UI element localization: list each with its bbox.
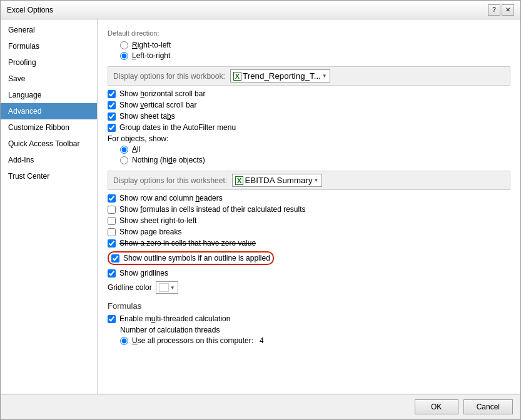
sheet-tabs-label: Show sheet tabs bbox=[119, 112, 175, 121]
title-controls: ? ✕ bbox=[488, 4, 514, 16]
multi-thread-row: Enable multi-threaded calculation bbox=[108, 314, 510, 323]
gridline-color-arrow: ▼ bbox=[170, 285, 175, 291]
default-direction-section: Default direction: Right-to-left Left-to… bbox=[108, 29, 510, 60]
sidebar-item-add-ins[interactable]: Add-Ins bbox=[1, 152, 97, 168]
excel-icon: X bbox=[233, 72, 241, 81]
group-dates-row: Group dates in the AutoFilter menu bbox=[108, 123, 510, 132]
sheet-rtl-row: Show sheet right-to-left bbox=[108, 216, 510, 225]
workbook-dropdown-arrow: ▼ bbox=[322, 73, 327, 79]
scroll-area[interactable]: Default direction: Right-to-left Left-to… bbox=[98, 19, 520, 394]
zero-value-row: Show a zero in cells that have zero valu… bbox=[108, 239, 510, 248]
rtl-label: Right-to-left bbox=[132, 41, 171, 49]
sidebar-item-quick-access-toolbar[interactable]: Quick Access Toolbar bbox=[1, 136, 97, 152]
workbook-name: Trend_Reporting_T... bbox=[243, 71, 321, 81]
gridlines-row: Show gridlines bbox=[108, 269, 510, 278]
outline-symbols-container: Show outline symbols if an outline is ap… bbox=[108, 250, 510, 266]
vert-scroll-checkbox[interactable] bbox=[108, 101, 116, 109]
worksheet-dropdown[interactable]: X EBITDA Summary ▼ bbox=[232, 174, 321, 187]
horiz-scroll-row: Show horizontal scroll bar bbox=[108, 89, 510, 98]
page-breaks-label: Show page breaks bbox=[119, 228, 181, 236]
multi-thread-label: Enable multi-threaded calculation bbox=[119, 314, 230, 323]
ltr-row: Left-to-right bbox=[120, 51, 510, 60]
sidebar-item-advanced[interactable]: Advanced bbox=[1, 103, 97, 119]
title-bar: Excel Options ? ✕ bbox=[1, 1, 520, 19]
nothing-objects-radio[interactable] bbox=[120, 156, 128, 164]
gridline-color-btn[interactable]: ▼ bbox=[156, 281, 178, 294]
dialog-body: GeneralFormulasProofingSaveLanguageAdvan… bbox=[1, 19, 520, 394]
sheet-tabs-row: Show sheet tabs bbox=[108, 112, 510, 121]
row-col-headers-row: Show row and column headers bbox=[108, 194, 510, 202]
page-breaks-row: Show page breaks bbox=[108, 228, 510, 236]
all-processors-label: Use all processors on this computer: bbox=[132, 336, 253, 345]
workbook-section-label: Display options for this workbook: bbox=[113, 72, 225, 81]
sidebar-item-trust-center[interactable]: Trust Center bbox=[1, 168, 97, 184]
close-button[interactable]: ✕ bbox=[502, 4, 514, 16]
ltr-label: Left-to-right bbox=[132, 51, 170, 60]
outline-symbols-highlight: Show outline symbols if an outline is ap… bbox=[108, 251, 274, 265]
gridline-color-swatch bbox=[159, 283, 169, 292]
formulas-cells-row: Show formulas in cells instead of their … bbox=[108, 205, 510, 214]
dialog-title: Excel Options bbox=[7, 6, 53, 14]
sidebar-item-language[interactable]: Language bbox=[1, 87, 97, 103]
all-objects-radio[interactable] bbox=[120, 146, 128, 154]
formulas-cells-label: Show formulas in cells instead of their … bbox=[119, 205, 306, 214]
excel-options-dialog: Excel Options ? ✕ GeneralFormulasProofin… bbox=[0, 0, 521, 420]
for-objects-label: For objects, show: bbox=[108, 134, 510, 143]
row-col-headers-checkbox[interactable] bbox=[108, 194, 116, 202]
group-dates-label: Group dates in the AutoFilter menu bbox=[119, 123, 236, 132]
horiz-scroll-label: Show horizontal scroll bar bbox=[119, 89, 205, 98]
worksheet-excel-icon: X bbox=[235, 176, 243, 185]
page-breaks-checkbox[interactable] bbox=[108, 228, 116, 236]
gridline-color-row: Gridline color ▼ bbox=[108, 281, 510, 294]
zero-value-label: Show a zero in cells that have zero valu… bbox=[119, 239, 256, 248]
rtl-radio[interactable] bbox=[120, 41, 128, 49]
sidebar-item-customize-ribbon[interactable]: Customize Ribbon bbox=[1, 119, 97, 136]
vert-scroll-label: Show vertical scroll bar bbox=[119, 101, 196, 109]
sheet-tabs-checkbox[interactable] bbox=[108, 112, 116, 121]
group-dates-checkbox[interactable] bbox=[108, 124, 116, 132]
outline-symbols-checkbox[interactable] bbox=[111, 254, 119, 262]
worksheet-name: EBITDA Summary bbox=[245, 176, 312, 185]
worksheet-section-label: Display options for this worksheet: bbox=[113, 176, 227, 185]
sheet-rtl-label: Show sheet right-to-left bbox=[119, 216, 196, 225]
gridlines-label: Show gridlines bbox=[119, 269, 168, 278]
for-objects-text: For objects, show: bbox=[108, 134, 168, 143]
main-panel: Default direction: Right-to-left Left-to… bbox=[98, 19, 520, 394]
ltr-radio[interactable] bbox=[120, 52, 128, 60]
default-direction-label: Default direction: bbox=[108, 29, 510, 37]
formulas-cells-checkbox[interactable] bbox=[108, 206, 116, 214]
sidebar-item-formulas[interactable]: Formulas bbox=[1, 38, 97, 54]
multi-thread-checkbox[interactable] bbox=[108, 315, 116, 323]
worksheet-header: Display options for this worksheet: X EB… bbox=[108, 171, 510, 190]
cancel-button[interactable]: Cancel bbox=[463, 399, 513, 414]
zero-value-checkbox[interactable] bbox=[108, 239, 116, 248]
workbook-header: Display options for this workbook: X Tre… bbox=[108, 66, 510, 86]
sidebar-item-proofing[interactable]: Proofing bbox=[1, 54, 97, 71]
outline-symbols-label: Show outline symbols if an outline is ap… bbox=[123, 254, 270, 262]
nothing-objects-label: Nothing (hide objects) bbox=[132, 156, 205, 164]
processors-value: 4 bbox=[260, 336, 264, 345]
worksheet-dropdown-arrow: ▼ bbox=[314, 178, 319, 183]
sheet-rtl-checkbox[interactable] bbox=[108, 217, 116, 225]
help-button[interactable]: ? bbox=[488, 4, 500, 16]
all-processors-row: Use all processors on this computer: 4 bbox=[120, 336, 510, 345]
horiz-scroll-checkbox[interactable] bbox=[108, 90, 116, 98]
row-col-headers-label: Show row and column headers bbox=[119, 194, 223, 202]
ok-button[interactable]: OK bbox=[415, 399, 458, 414]
calc-threads-label: Number of calculation threads bbox=[120, 326, 510, 334]
rtl-row: Right-to-left bbox=[120, 41, 510, 49]
sidebar: GeneralFormulasProofingSaveLanguageAdvan… bbox=[1, 19, 98, 394]
gridline-color-label: Gridline color bbox=[108, 283, 152, 292]
gridlines-checkbox[interactable] bbox=[108, 269, 116, 278]
all-objects-row: All bbox=[120, 145, 510, 154]
bottom-bar: OK Cancel bbox=[1, 394, 520, 419]
workbook-dropdown[interactable]: X Trend_Reporting_T... ▼ bbox=[230, 69, 330, 82]
nothing-objects-row: Nothing (hide objects) bbox=[120, 156, 510, 164]
formulas-section-header: Formulas bbox=[108, 301, 510, 311]
all-processors-radio[interactable] bbox=[120, 337, 128, 345]
all-objects-label: All bbox=[132, 145, 140, 154]
sidebar-item-save[interactable]: Save bbox=[1, 71, 97, 87]
vert-scroll-row: Show vertical scroll bar bbox=[108, 101, 510, 109]
sidebar-item-general[interactable]: General bbox=[1, 22, 97, 38]
